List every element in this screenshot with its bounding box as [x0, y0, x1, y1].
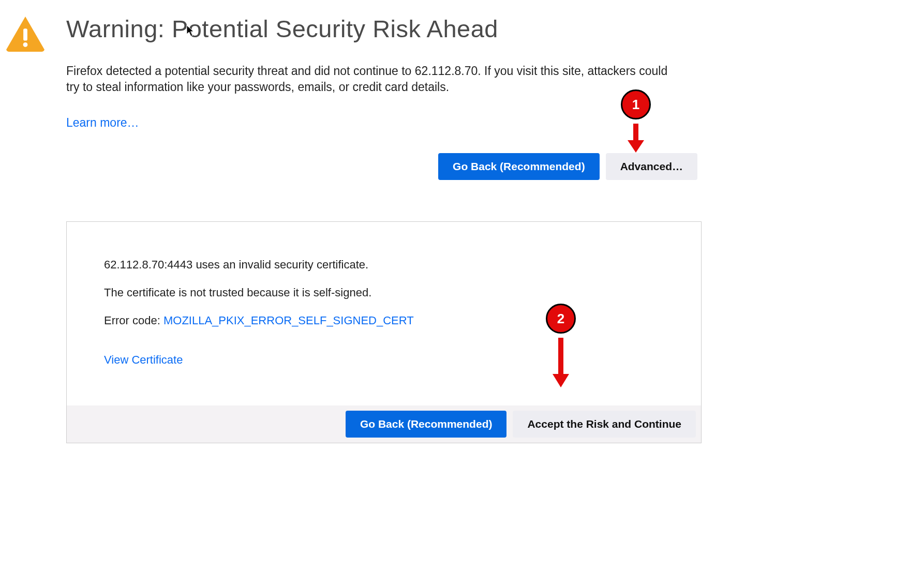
- invalid-cert-text: 62.112.8.70:4443 uses an invalid securit…: [104, 258, 664, 272]
- error-code-row: Error code: MOZILLA_PKIX_ERROR_SELF_SIGN…: [104, 314, 664, 327]
- not-trusted-text: The certificate is not trusted because i…: [104, 286, 664, 299]
- accept-risk-button[interactable]: Accept the Risk and Continue: [513, 411, 696, 438]
- view-certificate-link[interactable]: View Certificate: [104, 353, 183, 367]
- advanced-panel: 62.112.8.70:4443 uses an invalid securit…: [66, 221, 702, 443]
- warning-icon: [5, 16, 46, 54]
- advanced-button[interactable]: Advanced…: [606, 153, 697, 180]
- error-code-prefix: Error code:: [104, 314, 163, 327]
- go-back-button[interactable]: Go Back (Recommended): [438, 153, 600, 180]
- advanced-button-row: Go Back (Recommended) Accept the Risk an…: [67, 405, 701, 443]
- top-button-row: Go Back (Recommended) Advanced…: [66, 153, 697, 180]
- page-title: Warning: Potential Security Risk Ahead: [66, 16, 703, 42]
- learn-more-link[interactable]: Learn more…: [66, 116, 139, 130]
- svg-point-1: [23, 42, 28, 47]
- svg-rect-0: [23, 28, 27, 40]
- security-description: Firefox detected a potential security th…: [66, 63, 672, 95]
- go-back-button-2[interactable]: Go Back (Recommended): [346, 411, 507, 438]
- error-code-link[interactable]: MOZILLA_PKIX_ERROR_SELF_SIGNED_CERT: [163, 314, 414, 327]
